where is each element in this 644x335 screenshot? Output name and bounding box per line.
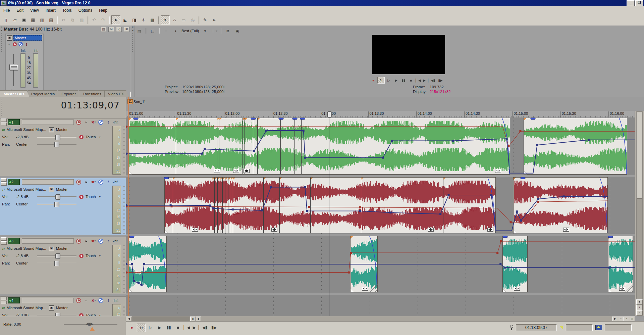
record-arm-button[interactable] — [76, 238, 82, 244]
normal-edit-tool-button[interactable]: ➤ — [111, 15, 120, 25]
video-output-properties-button[interactable]: ▤ — [135, 28, 143, 34]
menu-insert[interactable]: Insert — [42, 7, 59, 14]
minimize-button[interactable]: _ — [627, 0, 635, 6]
track-4-lane[interactable] — [126, 295, 635, 317]
mute-button[interactable]: ✖▾ — [91, 238, 97, 244]
whats-this-help-button[interactable]: ➢ — [210, 16, 218, 24]
save-project-button[interactable]: ▣ — [20, 16, 28, 24]
grid-overlay-dropdown-button[interactable]: ⊞ ▾ — [210, 28, 218, 34]
undo-button[interactable]: ↶ — [90, 16, 98, 24]
track-minimize-button[interactable] — [1, 118, 7, 122]
paste-button[interactable]: ▨ — [77, 16, 86, 24]
mute-button[interactable]: ✖▾ — [91, 298, 97, 303]
track-envelope-button[interactable]: ≈ — [83, 119, 89, 125]
track-minimize-button[interactable] — [1, 297, 7, 300]
bus-name[interactable]: Master — [56, 128, 68, 132]
play-button[interactable]: ▶ — [393, 77, 399, 83]
previous-frame-button[interactable]: ◀▮ — [201, 324, 209, 332]
stop-button[interactable]: ■ — [174, 324, 182, 332]
phase-invert-button[interactable]: ! — [105, 179, 111, 185]
track-minimize-button[interactable] — [1, 178, 7, 182]
menu-options[interactable]: Options — [75, 7, 96, 14]
tab-project-media[interactable]: Project Media — [28, 90, 60, 97]
loop-playback-button[interactable]: ↻ — [137, 324, 146, 332]
expand-track-layers-button[interactable]: ▩ — [148, 16, 157, 24]
next-frame-button[interactable]: ▮▶ — [437, 77, 444, 83]
record-arm-button[interactable] — [76, 119, 82, 125]
meter-right[interactable] — [33, 53, 38, 88]
solo-icon[interactable]: ! — [24, 42, 29, 46]
play-button[interactable]: ▶ — [156, 324, 164, 332]
zoom-out-time-icon[interactable]: − — [618, 317, 624, 322]
vertical-scrollbar[interactable]: ▼ + − — [635, 111, 644, 316]
selection-end-field[interactable] — [605, 324, 632, 331]
device-name[interactable]: Microsoft Sound Map... — [6, 128, 46, 132]
bus-name[interactable]: Master — [56, 246, 68, 250]
external-monitor-button[interactable]: ▢ — [149, 28, 157, 34]
volume-slider[interactable] — [37, 135, 76, 139]
track-restore-button[interactable] — [1, 182, 7, 186]
device-name[interactable]: Microsoft Sound Map... — [6, 306, 46, 310]
envelope-edit-tool-button[interactable]: ◣ — [121, 16, 129, 24]
cut-button[interactable]: ✂ — [59, 16, 68, 24]
automation-gear-icon[interactable] — [79, 135, 84, 139]
pane-grip[interactable] — [1, 33, 2, 53]
time-ruler[interactable]: 01:11:0001:11:3001:12:0001:12:3001:13:00… — [126, 111, 635, 118]
zoom-out-track-icon[interactable]: − — [636, 310, 643, 316]
go-to-start-button[interactable]: ▏◀ — [415, 77, 422, 83]
render-as-button[interactable]: ▦ — [29, 16, 37, 24]
chevron-down-icon[interactable]: ▾ — [99, 136, 101, 139]
project-properties-button[interactable]: ▤ — [47, 16, 55, 24]
import-media-button[interactable]: ▥ — [38, 16, 46, 24]
undock-icon[interactable] — [131, 29, 134, 32]
tab-video-fx[interactable]: Video FX — [104, 90, 129, 97]
track-restore-button[interactable] — [1, 123, 7, 126]
meter-left[interactable] — [20, 53, 25, 88]
device-name[interactable]: Microsoft Sound Map... — [6, 187, 46, 191]
scroll-right-icon[interactable]: ▶ — [612, 317, 618, 322]
menu-view[interactable]: View — [27, 7, 42, 14]
horizontal-scrollbar[interactable]: ◀ ▮ ▮ ▶ − + ◎ — [126, 316, 635, 322]
track-number-badge[interactable]: ◀2 — [8, 179, 20, 185]
hscroll-thumb[interactable] — [132, 317, 190, 322]
downmix-icon[interactable]: ⋈ — [108, 27, 114, 32]
shuttle-handle[interactable]: ◀◆▶ — [86, 322, 93, 326]
tab-master-bus[interactable]: Master Bus — [0, 90, 30, 97]
new-project-button[interactable]: ▯ — [2, 16, 10, 24]
track-number-badge[interactable]: ◀3 — [8, 238, 20, 244]
pane-grip[interactable] — [132, 33, 133, 53]
track-3-header[interactable]: ◀3 ≈ ✖▾ ! -Inf. ⇄ Microsoft Sound Map...… — [0, 237, 126, 294]
phase-invert-button[interactable]: ! — [105, 238, 111, 244]
cursor-time-display[interactable]: 01:13:09,07 — [0, 100, 120, 113]
scroll-left-icon[interactable]: ◀ — [126, 317, 132, 322]
automation-mode[interactable]: Touch — [86, 254, 96, 258]
track-2-header[interactable]: ◀2 ≈ ✖▾ ! -Inf. ⇄ Microsoft Sound Map...… — [0, 178, 126, 235]
pan-value[interactable]: Center — [16, 142, 37, 146]
stop-button[interactable]: ■ — [408, 77, 414, 83]
auto-ripple-button[interactable]: ✦ — [161, 15, 170, 25]
bus-assign-button[interactable]: ▣ — [49, 305, 54, 310]
solo-button[interactable] — [98, 238, 104, 244]
track-envelope-button[interactable]: ≈ — [83, 298, 89, 303]
track-name-field[interactable] — [22, 298, 74, 303]
bus-fx-icon[interactable]: ⫘ — [7, 42, 11, 46]
ignore-event-grouping-button[interactable]: ▭ — [179, 16, 188, 24]
hscroll-grip-left[interactable]: ▮ — [190, 317, 196, 322]
track-grip[interactable] — [123, 245, 125, 293]
menu-file[interactable]: File — [0, 7, 13, 14]
go-to-end-button[interactable]: ▶▕ — [422, 77, 429, 83]
mute-icon[interactable] — [18, 42, 23, 46]
phase-invert-button[interactable]: ! — [105, 298, 111, 303]
solo-button[interactable] — [98, 119, 104, 125]
track-envelope-button[interactable]: ≈ — [83, 179, 89, 185]
selection-start-field[interactable] — [566, 324, 593, 331]
automation-settings-icon[interactable] — [13, 42, 17, 46]
solo-button[interactable] — [98, 179, 104, 185]
restore-button[interactable]: ❐ — [635, 0, 643, 6]
pen-tool-button[interactable]: ✎ — [201, 16, 209, 24]
record-arm-button[interactable] — [76, 179, 82, 185]
undock-icon[interactable] — [0, 29, 3, 32]
marker-11-label[interactable]: Son_11 — [133, 100, 146, 104]
dim-output-icon[interactable]: ◁ — [116, 27, 122, 32]
volume-slider[interactable] — [37, 194, 76, 199]
